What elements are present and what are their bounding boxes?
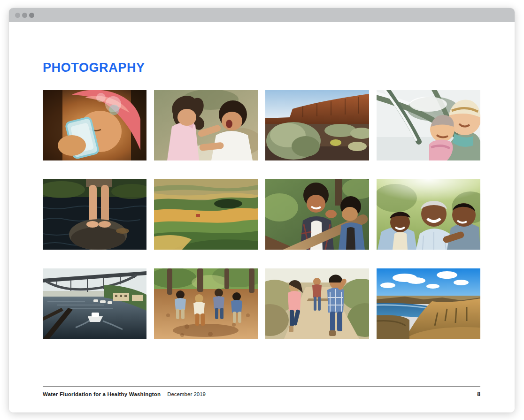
window-control-dot-3[interactable]	[29, 13, 34, 18]
document-page: PHOTOGRAPHY	[9, 22, 515, 412]
photo-bridge-canal-boat	[43, 268, 146, 339]
photo-boys-carrying-log	[265, 179, 369, 250]
photo-children-winter-snow	[377, 90, 480, 160]
photo-girl-drinking-water	[43, 90, 146, 160]
photo-family-hiking-trail	[265, 268, 369, 339]
window-control-dot-2[interactable]	[22, 13, 27, 18]
window-control-dot-1[interactable]	[15, 13, 20, 18]
photo-children-playing-water	[154, 90, 258, 160]
window-titlebar	[9, 8, 515, 22]
photo-gallery	[43, 90, 480, 339]
photo-palouse-hills	[154, 179, 258, 250]
photo-feet-on-stream-rock	[43, 179, 146, 250]
page-title: PHOTOGRAPHY	[43, 61, 145, 75]
photo-kids-running-forest	[154, 268, 258, 339]
photo-men-laughing	[377, 179, 480, 250]
photo-columbia-river-canyon	[377, 268, 480, 339]
footer-document-title: Water Fluoridation for a Healthy Washing…	[43, 391, 161, 397]
application-window: PHOTOGRAPHY	[9, 8, 515, 412]
footer-date: December 2019	[167, 391, 206, 397]
page-number: 8	[477, 391, 480, 397]
page-footer: Water Fluoridation for a Healthy Washing…	[43, 386, 480, 397]
photo-desert-sagebrush	[265, 90, 369, 160]
